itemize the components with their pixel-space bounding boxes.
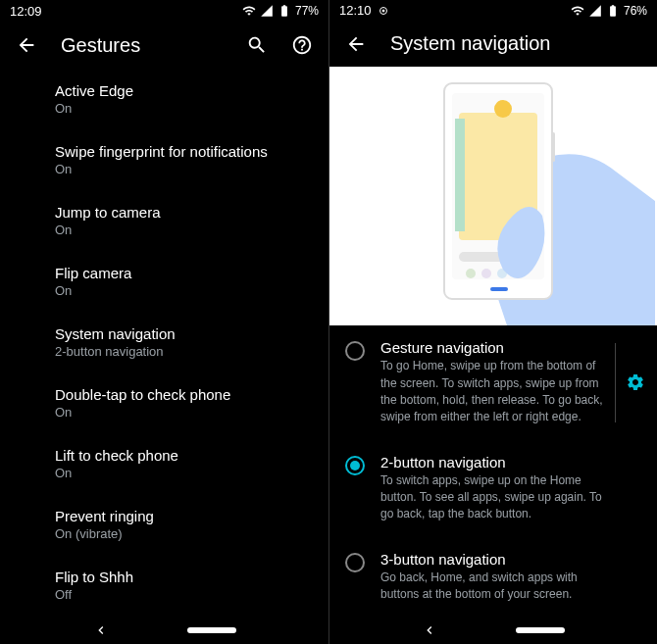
setting-active-edge[interactable]: Active Edge On — [55, 69, 328, 129]
chevron-left-icon — [422, 622, 437, 638]
clock: 12:10 — [339, 3, 372, 18]
option-title: Gesture navigation — [380, 339, 612, 356]
setting-system-navigation[interactable]: System navigation 2-button navigation — [55, 312, 328, 372]
setting-subtitle: Off — [55, 587, 313, 602]
navigation-illustration — [329, 67, 657, 325]
app-bar: System navigation — [329, 21, 657, 67]
setting-subtitle: On — [55, 466, 313, 480]
battery-icon — [278, 4, 291, 18]
option-3-button-navigation[interactable]: 3-button navigation Go back, Home, and s… — [333, 537, 653, 618]
setting-title: Lift to check phone — [55, 447, 313, 464]
setting-prevent-ringing[interactable]: Prevent ringing On (vibrate) — [55, 494, 328, 555]
option-2-button-navigation[interactable]: 2-button navigation To switch apps, swip… — [333, 440, 653, 537]
setting-swipe-fingerprint[interactable]: Swipe fingerprint for notifications On — [55, 129, 328, 190]
page-title: Gestures — [61, 34, 223, 57]
navigation-bar — [329, 618, 657, 644]
gestures-screen: 12:09 77% Gestures Active Edge On Swipe … — [0, 0, 328, 644]
setting-title: Jump to camera — [55, 204, 313, 221]
svg-point-8 — [466, 269, 476, 278]
status-icons: 76% — [571, 4, 647, 18]
search-icon — [246, 34, 268, 56]
svg-point-1 — [382, 10, 384, 12]
setting-flip-camera[interactable]: Flip camera On — [55, 251, 328, 312]
setting-subtitle: 2-button navigation — [55, 344, 313, 359]
setting-title: Active Edge — [55, 82, 313, 99]
radio-button[interactable] — [345, 456, 365, 475]
option-description: To go Home, swipe up from the bottom of … — [380, 358, 612, 426]
svg-point-9 — [481, 269, 491, 278]
setting-subtitle: On — [55, 162, 313, 176]
back-arrow-icon — [345, 33, 367, 55]
radio-button[interactable] — [345, 553, 365, 572]
option-title: 3-button navigation — [380, 551, 612, 568]
svg-rect-13 — [552, 132, 555, 162]
back-arrow-icon — [16, 34, 37, 56]
option-settings-button[interactable] — [626, 372, 645, 392]
back-button[interactable] — [16, 34, 37, 56]
wifi-icon — [571, 4, 584, 18]
back-button[interactable] — [345, 33, 367, 55]
battery-icon — [606, 4, 620, 18]
setting-subtitle: On — [55, 405, 313, 420]
nav-home-pill[interactable] — [516, 627, 565, 633]
battery-percent: 76% — [624, 4, 647, 18]
setting-jump-camera[interactable]: Jump to camera On — [55, 190, 328, 251]
nav-back-button[interactable] — [93, 622, 109, 638]
page-title: System navigation — [390, 32, 641, 55]
divider — [615, 343, 616, 422]
help-button[interactable] — [291, 34, 313, 56]
setting-title: Flip camera — [55, 265, 313, 281]
nav-home-pill[interactable] — [187, 627, 236, 633]
setting-title: Double-tap to check phone — [55, 386, 313, 403]
option-description: To switch apps, swipe up on the Home but… — [380, 472, 612, 523]
wifi-icon — [242, 4, 256, 18]
option-gesture-navigation[interactable]: Gesture navigation To go Home, swipe up … — [333, 325, 653, 440]
settings-list[interactable]: Active Edge On Swipe fingerprint for not… — [0, 69, 328, 617]
gear-icon — [626, 372, 645, 392]
search-button[interactable] — [246, 34, 268, 56]
app-bar: Gestures — [0, 22, 328, 69]
setting-subtitle: On — [55, 101, 313, 116]
setting-subtitle: On (vibrate) — [55, 526, 313, 541]
setting-subtitle: On — [55, 283, 313, 298]
clock: 12:09 — [10, 4, 42, 19]
setting-title: Flip to Shhh — [55, 569, 313, 585]
radio-button[interactable] — [345, 341, 365, 361]
svg-point-6 — [494, 100, 512, 118]
setting-title: System navigation — [55, 325, 313, 342]
setting-title: Prevent ringing — [55, 508, 313, 524]
nav-back-button[interactable] — [422, 622, 437, 638]
svg-rect-12 — [490, 287, 508, 291]
navigation-bar — [0, 617, 328, 644]
battery-percent: 77% — [295, 4, 319, 18]
help-icon — [291, 34, 313, 56]
option-title: 2-button navigation — [380, 454, 612, 471]
option-description: Go back, Home, and switch apps with butt… — [380, 570, 612, 604]
status-icons: 77% — [242, 4, 319, 18]
setting-double-tap[interactable]: Double-tap to check phone On — [55, 372, 328, 433]
chevron-left-icon — [93, 622, 109, 638]
svg-rect-5 — [455, 119, 465, 231]
setting-flip-to-shhh[interactable]: Flip to Shhh Off — [55, 555, 328, 616]
phone-hand-illustration — [331, 67, 655, 325]
location-icon — [378, 5, 389, 17]
status-bar: 12:09 77% — [0, 0, 328, 22]
signal-icon — [588, 4, 602, 18]
signal-icon — [260, 4, 274, 18]
navigation-options: Gesture navigation To go Home, swipe up … — [329, 325, 657, 618]
setting-subtitle: On — [55, 223, 313, 237]
setting-title: Swipe fingerprint for notifications — [55, 143, 313, 160]
system-navigation-screen: 12:10 76% System navigation — [328, 0, 657, 644]
setting-lift-to-check[interactable]: Lift to check phone On — [55, 433, 328, 494]
status-bar: 12:10 76% — [329, 0, 657, 21]
